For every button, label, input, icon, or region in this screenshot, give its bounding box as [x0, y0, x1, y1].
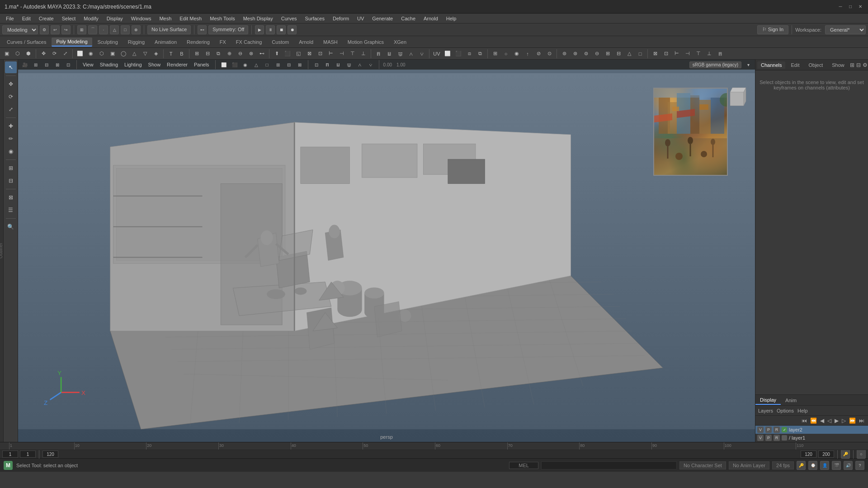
relax[interactable]: ⩏	[384, 49, 394, 59]
tab-curves-surfaces[interactable]: Curves / Surfaces	[2, 38, 51, 46]
normals[interactable]: ↑	[523, 49, 533, 59]
paint-tool[interactable]: ✏	[5, 133, 17, 145]
vp-icon-1[interactable]: 🎥	[21, 61, 29, 69]
da-menu-layers[interactable]: Layers	[758, 408, 773, 413]
search-btn[interactable]: 🔍	[5, 221, 17, 233]
vp-render-3[interactable]: ⩏	[334, 61, 342, 69]
tab-animation[interactable]: Animation	[150, 38, 181, 46]
menu-edit[interactable]: Edit	[19, 15, 34, 22]
da-tab-anim[interactable]: Anim	[781, 396, 801, 404]
lasso-tool[interactable]: ⬡	[13, 49, 23, 59]
layer2-vis[interactable]: ✓	[782, 427, 787, 432]
wireframe[interactable]: ⊞	[490, 49, 500, 59]
poly-plane[interactable]: ▣	[108, 49, 118, 59]
live-surface-button[interactable]: No Live Surface	[147, 25, 191, 34]
vp-icon-2[interactable]: ⊞	[32, 61, 40, 69]
menu-curves[interactable]: Curves	[278, 15, 301, 22]
snap-view[interactable]: □	[121, 25, 130, 34]
vp-render-2[interactable]: ⩎	[323, 61, 331, 69]
timeline-max-frame[interactable]	[818, 450, 834, 458]
layer2-p[interactable]: P	[765, 427, 772, 433]
mesh-cleanup[interactable]: ⊟	[613, 49, 623, 59]
playback-btn-4[interactable]: ⏺	[288, 25, 297, 34]
svg-tool[interactable]: B	[177, 49, 187, 59]
window-controls[interactable]: ─ □ ✕	[837, 4, 863, 10]
combine[interactable]: ⊞	[192, 49, 202, 59]
vp-render-4[interactable]: ⩐	[345, 61, 353, 69]
rotate-tool-left[interactable]: ⟳	[5, 91, 17, 103]
split[interactable]: ⊢	[326, 49, 336, 59]
tab-poly-modeling[interactable]: Poly Modeling	[52, 38, 92, 47]
boolean-diff[interactable]: ⊖	[235, 49, 245, 59]
da-tab-display[interactable]: Display	[755, 396, 781, 405]
status-render-btn[interactable]: 🎬	[832, 461, 841, 470]
fps-button[interactable]: 24 fps	[772, 461, 794, 469]
maximize-button[interactable]: □	[847, 4, 854, 10]
symmetry-icon[interactable]: ⊷	[198, 25, 207, 34]
poly-cube[interactable]: ⬜	[75, 49, 85, 59]
display-option[interactable]: ⊙	[544, 49, 554, 59]
vp-display-4[interactable]: △	[252, 61, 260, 69]
hair[interactable]: ⊢	[672, 49, 682, 59]
rp-tab-edit[interactable]: Edit	[787, 61, 803, 69]
bridge[interactable]: ⬛	[283, 49, 292, 59]
minimize-button[interactable]: ─	[837, 4, 844, 10]
tab-motion-graphics[interactable]: Motion Graphics	[343, 38, 388, 46]
close-button[interactable]: ✕	[857, 4, 863, 10]
tab-mash[interactable]: MASH	[319, 38, 342, 46]
measure-tool[interactable]: ⊞	[5, 162, 17, 174]
vp-icon-3[interactable]: ⊟	[42, 61, 51, 69]
vp-display-8[interactable]: ⊠	[296, 61, 304, 69]
point-on-poly[interactable]: ⊡	[661, 49, 671, 59]
tool-btn-3[interactable]: ↪	[61, 25, 71, 34]
tl-key-icon[interactable]: 🔑	[841, 450, 850, 459]
vp-render-6[interactable]: ⩒	[367, 61, 375, 69]
tab-fx[interactable]: FX	[215, 38, 231, 46]
layer1-r[interactable]: R	[774, 435, 780, 441]
symmetry-button[interactable]: Symmetry: Off	[208, 25, 248, 34]
da-menu-options[interactable]: Options	[777, 408, 794, 413]
status-help-btn[interactable]: ?	[855, 461, 864, 470]
weld[interactable]: ⩎	[373, 49, 383, 59]
poly-torus[interactable]: ◯	[118, 49, 128, 59]
snap-other[interactable]: ⊗	[132, 25, 141, 34]
align-tool[interactable]: ☰	[5, 204, 17, 216]
fill-sel[interactable]: ⊤	[693, 49, 703, 59]
da-menu-help[interactable]: Help	[797, 408, 808, 413]
rp-tab-channels[interactable]: Channels	[757, 61, 785, 69]
layer-row-1[interactable]: V P R / layer1	[755, 434, 868, 442]
snap-surface[interactable]: △	[110, 25, 119, 34]
uv-layout[interactable]: ⬛	[453, 49, 463, 59]
viewport[interactable]: 🎥 ⊞ ⊟ ⊠ ⊡ View Shading Lighting Show Ren…	[18, 60, 755, 442]
pb-prev-frame[interactable]: ◀	[819, 418, 825, 424]
timeline-end-frame[interactable]	[42, 450, 58, 458]
menu-windows[interactable]: Windows	[127, 15, 155, 22]
close-poly[interactable]: ⊣	[683, 49, 693, 59]
merge[interactable]: ⊠	[304, 49, 314, 59]
hardedge[interactable]: ◉	[512, 49, 522, 59]
status-sound-btn[interactable]: 🔊	[844, 461, 853, 470]
vp-display-5[interactable]: □	[263, 61, 271, 69]
menu-mesh[interactable]: Mesh	[156, 15, 175, 22]
menu-help[interactable]: Help	[443, 15, 460, 22]
tab-sculpting[interactable]: Sculpting	[93, 38, 123, 46]
loop[interactable]: ⊤	[348, 49, 358, 59]
pb-play-back[interactable]: ◁	[826, 418, 832, 424]
layer1-vis[interactable]	[782, 435, 787, 441]
menu-select[interactable]: Select	[58, 15, 80, 22]
tab-rendering[interactable]: Rendering	[182, 38, 214, 46]
playback-btn-2[interactable]: ⏸	[266, 25, 275, 34]
vp-display-1[interactable]: ⬜	[220, 61, 228, 69]
workspace-selector[interactable]: General*	[825, 25, 866, 34]
quadrangulate[interactable]: □	[635, 49, 645, 59]
vp-menu-shading[interactable]: Shading	[98, 62, 120, 67]
snap-grid[interactable]: ⊞	[77, 25, 86, 34]
triangulate[interactable]: △	[624, 49, 634, 59]
paint-select[interactable]: ⬢	[24, 49, 33, 59]
boolean-union[interactable]: ⊕	[224, 49, 234, 59]
menu-file[interactable]: File	[2, 15, 18, 22]
menu-create[interactable]: Create	[35, 15, 57, 22]
rp-icon-collapse[interactable]: ⊞	[850, 62, 854, 68]
rp-icon-expand[interactable]: ⊟	[856, 62, 861, 68]
crease-set[interactable]: ⊝	[592, 49, 602, 59]
